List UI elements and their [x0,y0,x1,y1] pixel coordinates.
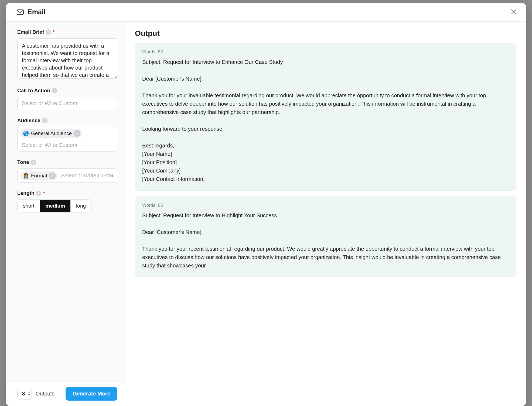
output-card: Words: 85 Subject: Request for Interview… [135,197,516,277]
form-pane: Email Brief ? * A customer has provided … [6,22,125,406]
remove-chip-icon[interactable]: ✕ [49,173,56,179]
help-icon[interactable]: ? [42,118,47,123]
output-card: Words: 82 Subject: Request for Interview… [135,43,516,191]
modal-body: Email Brief ? * A customer has provided … [6,22,526,406]
help-icon[interactable]: ? [46,29,51,35]
modal-title-wrap: Email [17,8,46,16]
output-pane[interactable]: Output Words: 82 Subject: Request for In… [125,22,526,406]
help-icon[interactable]: ? [52,88,57,93]
field-tone: Tone ? 🤵 Formal ✕ [17,159,117,183]
label-email-brief: Email Brief ? * [17,29,117,35]
modal-header: Email [6,3,526,22]
label-text: Audience [17,118,40,123]
close-icon [510,12,517,16]
tone-chip: 🤵 Formal ✕ [20,171,57,180]
output-text: Subject: Request for Interview to Highli… [142,211,509,270]
help-icon[interactable]: ? [36,191,41,196]
generate-more-button[interactable]: Generate More [66,387,117,401]
output-title: Output [135,29,516,38]
tone-input[interactable]: 🤵 Formal ✕ [17,168,117,183]
chip-label: Formal [31,173,47,179]
help-icon[interactable]: ? [31,160,36,165]
length-option-medium[interactable]: medium [40,200,70,212]
field-audience: Audience ? 🌎 General Audience ✕ [17,118,117,152]
label-text: Email Brief [17,29,44,35]
globe-icon: 🌎 [23,130,29,136]
length-option-short[interactable]: short [18,200,40,212]
svg-rect-0 [17,10,23,14]
outputs-count-input[interactable] [18,388,27,400]
word-count: Words: 82 [142,49,509,55]
label-text: Length [17,190,34,196]
audience-input[interactable]: 🌎 General Audience ✕ [17,127,117,152]
field-cta: Call to Action ? [17,88,117,110]
word-count: Words: 85 [142,203,509,208]
required-marker: * [53,29,54,35]
label-text: Call to Action [17,88,50,94]
label-cta: Call to Action ? [17,88,117,94]
audience-chip: 🌎 General Audience ✕ [20,129,82,138]
tone-entry[interactable] [59,170,114,181]
close-button[interactable] [509,6,519,18]
output-text: Subject: Request for Interview to Enhanc… [142,58,509,183]
chevron-down-icon[interactable]: ▼ [28,394,30,397]
form-scroll[interactable]: Email Brief ? * A customer has provided … [6,22,125,381]
chip-label: General Audience [31,130,72,136]
email-modal: Email Email Brief ? * A customer has pro… [6,3,526,406]
person-icon: 🤵 [23,173,29,179]
email-brief-textarea[interactable]: A customer has provided us with a testim… [17,38,117,79]
label-audience: Audience ? [17,118,117,123]
form-footer: ▲ ▼ Outputs Generate More [6,381,125,406]
cta-input[interactable] [17,97,117,110]
label-tone: Tone ? [17,159,117,165]
outputs-stepper[interactable]: ▲ ▼ [17,388,32,400]
length-segmented: short medium long [17,199,91,212]
remove-chip-icon[interactable]: ✕ [74,130,80,137]
stepper-arrows: ▲ ▼ [27,391,32,397]
label-text: Tone [17,159,29,165]
outputs-label: Outputs [36,391,62,397]
modal-title: Email [28,8,46,16]
email-icon [17,9,24,15]
field-length: Length ? * short medium long [17,190,117,212]
field-email-brief: Email Brief ? * A customer has provided … [17,29,117,80]
label-length: Length ? * [17,190,117,196]
chevron-up-icon[interactable]: ▲ [28,391,30,394]
audience-entry[interactable] [20,140,114,150]
length-option-long[interactable]: long [70,200,91,212]
required-marker: * [43,190,45,196]
